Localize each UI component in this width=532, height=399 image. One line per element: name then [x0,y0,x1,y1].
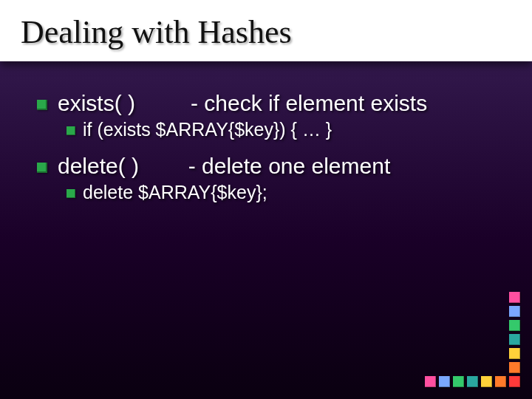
square-bullet-icon [66,189,75,198]
deco-square [509,320,520,331]
slide-title: Dealing with Hashes [21,14,292,50]
deco-square [509,292,520,303]
deco-square [425,376,436,387]
square-bullet-icon [66,126,75,135]
title-bar: Dealing with Hashes [0,0,532,61]
deco-square [481,376,492,387]
deco-square [467,376,478,387]
deco-square [509,362,520,373]
corner-decoration [423,290,522,389]
deco-square [509,348,520,359]
deco-square [439,376,450,387]
sub-bullet-delete-example: delete $ARRAY{$key}; [66,182,495,203]
slide-body: exists( ) - check if element exists if (… [0,61,532,203]
bullet-delete: delete( ) - delete one element [37,154,495,179]
square-bullet-icon [37,163,47,173]
bullet-text: exists( ) - check if element exists [58,91,427,116]
deco-square [495,376,506,387]
deco-square [453,376,464,387]
deco-square [509,306,520,317]
sub-bullet-text: delete $ARRAY{$key}; [83,182,267,203]
deco-square [509,376,520,387]
sub-bullet-text: if (exists $ARRAY{$key}) { … } [83,119,332,140]
bullet-text: delete( ) - delete one element [58,154,390,179]
deco-vertical [508,290,522,389]
sub-bullet-exists-example: if (exists $ARRAY{$key}) { … } [66,119,495,140]
square-bullet-icon [37,100,47,110]
deco-square [509,334,520,345]
bullet-exists: exists( ) - check if element exists [37,91,495,116]
